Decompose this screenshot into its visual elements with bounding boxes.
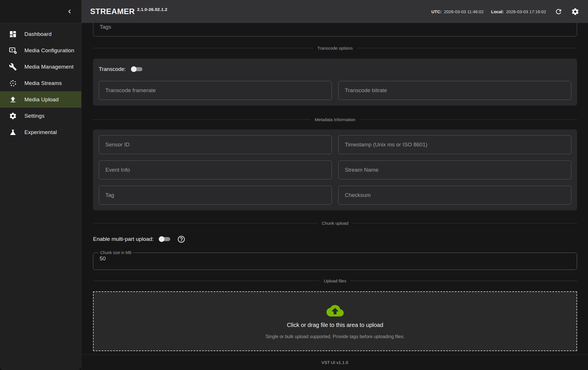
- sidebar-item-label: Experimental: [24, 129, 57, 135]
- transcode-toggle-row: Transcode:: [99, 64, 571, 74]
- metadata-fields: [99, 135, 571, 205]
- page-content: Transcode options Transcode: Metadata In…: [82, 23, 588, 354]
- chunk-size-label: Chunk size in MB: [98, 250, 133, 255]
- flask-icon: [9, 128, 17, 137]
- multipart-upload-toggle[interactable]: [160, 237, 170, 241]
- upload-files-divider: Upload files: [93, 278, 577, 283]
- sidebar-item-media-upload[interactable]: Media Upload: [0, 91, 81, 108]
- sidebar: Dashboard Media Configuration Media Mana…: [0, 0, 81, 370]
- sidebar-item-label: Settings: [24, 113, 45, 119]
- multipart-toggle-row: Enable multi-part upload:: [93, 234, 577, 244]
- metadata-card: [93, 129, 577, 210]
- sidebar-collapse-button[interactable]: [65, 7, 74, 16]
- sidebar-item-label: Dashboard: [24, 31, 52, 37]
- multipart-help-button[interactable]: [177, 235, 185, 243]
- toggle-knob: [159, 236, 165, 242]
- upload-dropzone[interactable]: Click or drag file to this area to uploa…: [93, 291, 577, 351]
- footer: VST UI v1.1.0: [82, 354, 588, 370]
- chunk-upload-divider: Chunk upload: [93, 221, 577, 226]
- wrench-icon: [9, 63, 17, 71]
- checksum-input[interactable]: [338, 186, 571, 205]
- transcode-card: Transcode:: [93, 59, 577, 106]
- help-icon: [177, 235, 185, 243]
- sidebar-item-label: Media Configuration: [24, 47, 74, 54]
- transcode-toggle-label: Transcode:: [99, 66, 126, 72]
- streams-icon: [9, 79, 17, 88]
- chunk-size-field: Chunk size in MB: [93, 250, 577, 270]
- local-label: Local:: [491, 9, 504, 14]
- app-version: 2.1.0-26.02.1.2: [137, 7, 167, 12]
- media-configuration-icon: [9, 46, 17, 55]
- multipart-toggle-label: Enable multi-part upload:: [93, 236, 154, 242]
- upload-icon: [9, 95, 17, 104]
- sidebar-item-experimental[interactable]: Experimental: [0, 124, 81, 140]
- transcode-framerate-input[interactable]: [99, 81, 332, 100]
- metadata-divider: Metadata Information: [93, 117, 577, 122]
- sensor-id-input[interactable]: [99, 135, 332, 154]
- local-clock: Local: 2026-03-03 17:16:02: [491, 9, 546, 14]
- event-info-input[interactable]: [99, 160, 332, 179]
- main-column: STREAMER 2.1.0-26.02.1.2 UTC: 2026-03-03…: [81, 0, 588, 370]
- transcode-bitrate-input[interactable]: [338, 81, 571, 100]
- top-bar-right: UTC: 2026-03-03 11:46:02 Local: 2026-03-…: [432, 7, 579, 16]
- utc-time: 2026-03-03 11:46:02: [444, 9, 483, 14]
- transcode-fields: [99, 81, 571, 100]
- sidebar-item-label: Media Streams: [24, 80, 62, 86]
- dropzone-main-text: Click or drag file to this area to uploa…: [287, 322, 383, 328]
- sidebar-item-media-management[interactable]: Media Management: [0, 59, 81, 75]
- footer-version-text: VST UI v1.1.0: [321, 360, 348, 365]
- chunk-size-input[interactable]: [98, 255, 572, 265]
- sidebar-item-media-configuration[interactable]: Media Configuration: [0, 42, 81, 59]
- tag-input[interactable]: [99, 186, 332, 205]
- sidebar-header: [0, 0, 81, 23]
- dropzone-sub-text: Single or bulk upload supported. Provide…: [266, 334, 405, 339]
- toggle-knob: [131, 66, 137, 72]
- top-bar: STREAMER 2.1.0-26.02.1.2 UTC: 2026-03-03…: [82, 0, 588, 23]
- tags-input[interactable]: [93, 23, 577, 36]
- transcode-options-divider: Transcode options: [93, 46, 577, 51]
- sidebar-item-dashboard[interactable]: Dashboard: [0, 26, 81, 42]
- utc-label: UTC:: [432, 9, 442, 14]
- chevron-left-icon: [66, 8, 73, 15]
- dashboard-icon: [9, 30, 17, 38]
- app-root: Dashboard Media Configuration Media Mana…: [0, 0, 588, 370]
- stream-name-input[interactable]: [338, 160, 571, 179]
- settings-button[interactable]: [571, 7, 579, 16]
- gear-icon: [571, 7, 579, 16]
- refresh-button[interactable]: [555, 8, 562, 16]
- sidebar-item-settings[interactable]: Settings: [0, 108, 81, 124]
- app-title: STREAMER: [90, 7, 135, 16]
- sidebar-item-label: Media Management: [24, 64, 74, 70]
- timestamp-input[interactable]: [338, 135, 571, 154]
- utc-clock: UTC: 2026-03-03 11:46:02: [432, 9, 484, 14]
- local-time: 2026-03-03 17:16:02: [506, 9, 546, 14]
- sidebar-item-media-streams[interactable]: Media Streams: [0, 75, 81, 91]
- transcode-toggle[interactable]: [132, 67, 142, 71]
- cloud-upload-icon: [326, 303, 344, 317]
- refresh-icon: [555, 8, 562, 16]
- gear-icon: [9, 112, 17, 120]
- sidebar-nav: Dashboard Media Configuration Media Mana…: [0, 23, 81, 140]
- sidebar-item-label: Media Upload: [24, 96, 59, 103]
